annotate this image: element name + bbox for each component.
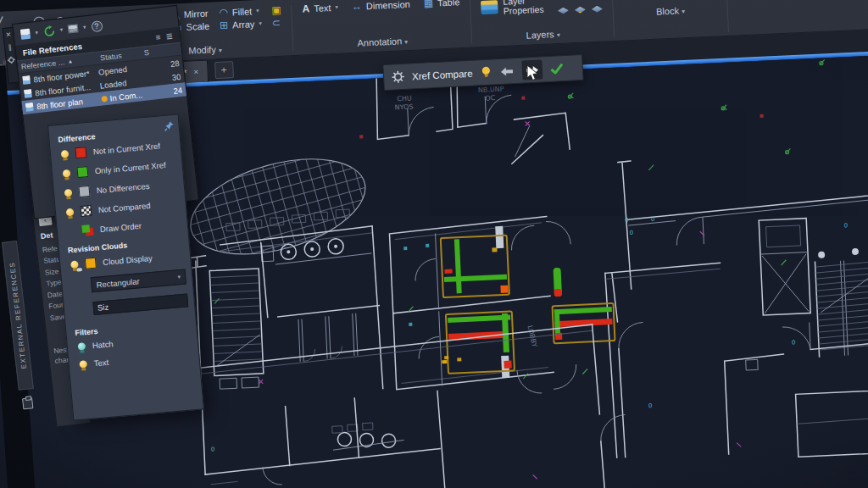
color-swatch[interactable]: [76, 166, 88, 178]
layer-freeze-icon[interactable]: [591, 0, 602, 1]
list-view-icon[interactable]: ≡: [155, 32, 161, 42]
svg-text:LOBBY: LOBBY: [526, 324, 538, 347]
refresh-dropdown-icon[interactable]: ▾: [59, 26, 63, 33]
sort-ascending-icon: ▲: [68, 58, 74, 64]
palette-close-icon[interactable]: ✕: [5, 30, 12, 39]
fillet-button[interactable]: ◠Fillet▾: [219, 5, 261, 19]
svg-text:0: 0: [630, 230, 634, 236]
xref-compare-title: Xref Compare: [412, 68, 473, 81]
ribbon-separator: [726, 0, 729, 32]
cloud-bulb-icon[interactable]: [70, 260, 79, 269]
layer-match-icon[interactable]: [592, 6, 603, 16]
plan-right-stairs: [815, 247, 868, 357]
layer-properties-icon: [481, 0, 498, 14]
svg-text:0: 0: [648, 402, 653, 409]
layer-off-icon[interactable]: [575, 6, 586, 16]
svg-text:NYOS: NYOS: [395, 103, 414, 111]
plan-markers: 0 0 0 0 0 0 0: [194, 59, 858, 488]
layer-properties-button[interactable]: Layer Properties: [481, 0, 548, 17]
column-size[interactable]: S: [143, 45, 178, 57]
ribbon-panel-layers: Layer Properties Layers ▾: [472, 0, 613, 47]
color-swatch[interactable]: [75, 147, 86, 158]
diff-row-draw-order: Draw Order: [67, 217, 181, 238]
dwg-dropdown-icon[interactable]: ▾: [83, 24, 86, 30]
filter-text-row: Text: [79, 350, 192, 369]
hatch-filter-bulb-icon[interactable]: [77, 342, 86, 351]
xref-settings-gear-icon[interactable]: [392, 70, 405, 84]
diff-row-only-in-current: Only in Current Xref: [62, 158, 175, 180]
visibility-bulb-icon[interactable]: [61, 150, 70, 158]
ribbon-panel-block: Block ▾: [615, 0, 727, 41]
svg-text:0: 0: [792, 339, 796, 346]
visibility-bulb-icon[interactable]: [63, 169, 71, 178]
svg-text:0: 0: [625, 217, 629, 224]
checker-swatch[interactable]: [80, 205, 92, 217]
layer-lock-icon[interactable]: [558, 7, 569, 17]
svg-text:0: 0: [211, 446, 215, 453]
xref-compare-settings-panel: Difference Not in Current Xref Only in C…: [47, 114, 204, 420]
refresh-icon[interactable]: [42, 25, 55, 37]
array-button[interactable]: ⊞Array▾: [220, 18, 262, 31]
attach-dropdown-icon[interactable]: ▾: [35, 30, 38, 36]
join-icon[interactable]: ⊂: [272, 17, 282, 30]
text-filter-bulb-icon[interactable]: [79, 360, 87, 369]
svg-text:OC: OC: [485, 94, 496, 103]
clipboard-icon: [22, 397, 33, 409]
ribbon-panel-annotation: AText▾ ↔Dimension ▦Table Annotation ▾: [293, 0, 470, 55]
palette-autohide-icon[interactable]: ∥: [8, 43, 12, 51]
svg-text:0: 0: [651, 216, 655, 223]
diff-row-no-differences: No Differences: [64, 178, 177, 199]
chevron-down-icon: ▾: [177, 274, 181, 280]
dwg-file-icon: [24, 89, 32, 98]
diff-row-not-compared: Not Compared: [65, 197, 179, 219]
draw-order-swatch[interactable]: [81, 225, 93, 236]
compare-status-icon: [101, 95, 108, 102]
attach-reference-icon[interactable]: [20, 29, 31, 40]
cloud-color-swatch[interactable]: [85, 258, 97, 269]
autocad-app: ╱ ◡ ◯ ◠ ▭ ⊙ Line Circle Arc ✛Move △Mirro…: [0, 0, 868, 488]
tree-view-icon[interactable]: ≣: [165, 30, 174, 41]
tab-close-icon[interactable]: ×: [193, 67, 198, 76]
pushpin-icon[interactable]: [164, 119, 175, 135]
palette-settings-gear-icon[interactable]: [7, 56, 15, 66]
dwg-file-icon: [25, 103, 34, 112]
visibility-bulb-icon[interactable]: [64, 189, 73, 197]
new-tab-button[interactable]: +: [214, 61, 234, 79]
lock-icon[interactable]: ▣: [271, 4, 281, 17]
dimension-button[interactable]: ↔Dimension: [352, 0, 411, 13]
hatched-ellipse: [176, 135, 380, 280]
table-button[interactable]: ▦Table: [423, 0, 459, 9]
visibility-bulb-icon[interactable]: [66, 208, 75, 217]
cloud-size-input[interactable]: [92, 293, 188, 315]
svg-text:NB.UNP: NB.UNP: [478, 86, 504, 94]
svg-text:0: 0: [843, 222, 848, 229]
color-swatch[interactable]: [78, 186, 90, 197]
svg-text:CHU: CHU: [397, 95, 412, 103]
dwg-file-icon: [22, 75, 31, 85]
dwg-icon[interactable]: [68, 24, 79, 33]
layer-isolate-icon[interactable]: [574, 0, 585, 2]
block-panel-label[interactable]: Block ▾: [624, 2, 718, 20]
plan-right-rooms: [605, 254, 868, 465]
compare-visibility-bulb-icon[interactable]: [480, 66, 492, 80]
text-button[interactable]: AText▾: [302, 2, 338, 15]
layers-panel-label[interactable]: Layers ▾: [482, 25, 604, 45]
cloud-shape-dropdown[interactable]: Rectangular ▾: [91, 269, 186, 292]
help-icon[interactable]: ?: [91, 20, 103, 32]
layer-state-icon[interactable]: [557, 0, 568, 3]
finish-compare-check-icon[interactable]: [549, 63, 564, 75]
plan-diagonal-door: [510, 121, 637, 294]
xref-compare-highlights: [437, 230, 616, 374]
previous-change-arrow-icon[interactable]: [498, 66, 515, 77]
plan-topright-wall: [627, 191, 868, 247]
mouse-cursor: [526, 64, 539, 86]
plan-elevator: [759, 219, 810, 315]
